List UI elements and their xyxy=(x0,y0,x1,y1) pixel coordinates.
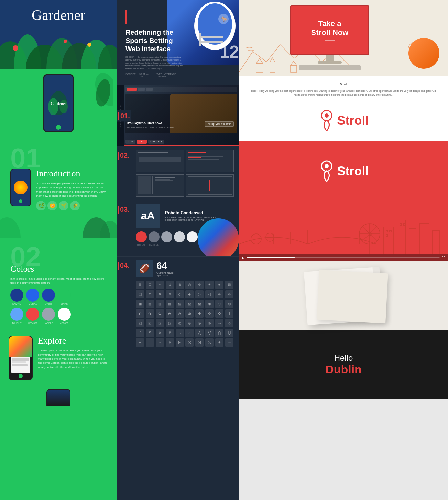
svg-text:Gardener: Gardener xyxy=(51,101,66,106)
section-01: WORK SAMPLE xyxy=(117,85,239,146)
stroll-description: Stroll Hello! Today we bring you the bes… xyxy=(239,76,448,104)
phone-explore xyxy=(9,336,33,380)
stroll-word-white: Stroll xyxy=(337,164,369,178)
icon-label: Custom made xyxy=(156,271,174,274)
dublin-content: Hello Dublin xyxy=(325,353,362,376)
icon-cell: ▦ xyxy=(166,300,174,308)
icon-grid: ⊞ ⊡ △ ⊗ ⊕ ◎ ⊙ ✦ ◈ ⊟ ◫ ⊘ ✕ ⊛ ◇ ◆ ▷ ◁ ⊜ ⊝ xyxy=(136,281,234,347)
color-navy: NAVY M xyxy=(10,289,23,305)
icon-cell: ⊞ xyxy=(136,281,144,289)
section-02: 02. xyxy=(117,146,239,200)
icon-cell: ⋆ xyxy=(156,338,164,347)
svg-point-11 xyxy=(48,98,58,115)
icon-cell: ◎ xyxy=(185,281,194,289)
phone-bottom xyxy=(46,389,70,406)
gardener-title: Gardener xyxy=(0,0,117,23)
palette-gray2 xyxy=(161,231,172,242)
sports-header: Redefining the Sports Betting Web Interf… xyxy=(117,0,239,85)
icon-cell: ▥ xyxy=(156,300,164,308)
icon-cell: ◳ xyxy=(166,319,174,327)
icon-cell: ◇ xyxy=(176,290,184,298)
section-03: 03. aA Roboto Condensed ABCDEFGHIJKLMNOP… xyxy=(117,200,239,256)
tag-design: WEB INTERFACE DESIGN xyxy=(157,73,184,78)
phone-hero: Gardener xyxy=(43,74,74,132)
svg-rect-26 xyxy=(256,64,263,72)
icon-cell: ⊺ xyxy=(136,329,144,337)
colors-section: 02 Colors In this project I have used 6 … xyxy=(0,238,117,332)
svg-point-39 xyxy=(325,164,329,168)
orange-sphere xyxy=(408,38,439,69)
tag-date: 30.01 — 2017 xyxy=(139,73,153,78)
svg-point-16 xyxy=(0,217,21,238)
palette-gray1 xyxy=(149,231,160,242)
icon-cell: ▨ xyxy=(185,300,194,308)
hello-berlin-section: 'Hallo Berlin xyxy=(239,261,448,330)
icon-cell: ◕ xyxy=(185,309,194,318)
svg-rect-53 xyxy=(386,235,388,236)
wireframe-3 xyxy=(136,174,184,197)
svg-rect-21 xyxy=(199,33,201,46)
color-light-blue: B LIGHT xyxy=(10,308,23,324)
svg-rect-52 xyxy=(390,230,391,232)
icon-cell: ✝ xyxy=(225,309,233,318)
icon-cell: ▩ xyxy=(195,300,204,308)
icon-cell: ▤ xyxy=(146,300,154,308)
svg-rect-48 xyxy=(409,229,416,254)
icon-cell: ⊜ xyxy=(215,290,223,298)
explore-text: The best part of gardener. Here you can … xyxy=(38,349,108,369)
svg-point-8 xyxy=(87,43,91,47)
hello-dublin-section: Hello Dublin xyxy=(239,330,448,399)
sports-screenshot: It's Playtime. Start now! Normally the p… xyxy=(124,85,239,145)
palette-gray3 xyxy=(174,231,185,242)
icon-cell: ⋍ xyxy=(225,338,233,347)
palette-red xyxy=(136,231,147,242)
icon-cell: ⋁ xyxy=(205,329,214,337)
svg-marker-29 xyxy=(270,58,275,62)
icon-cell: ◔ xyxy=(176,309,184,318)
icon-cell: ⊾ xyxy=(176,329,184,337)
color-blue: MODAL xyxy=(26,289,39,305)
icon-cell: ◉ xyxy=(205,300,214,308)
icon-cell: ◰ xyxy=(136,319,144,327)
icon-cell: ✦ xyxy=(215,338,223,347)
svg-rect-46 xyxy=(383,227,394,254)
icon-cell: ⋊ xyxy=(195,338,204,347)
icon-cell: ◁ xyxy=(205,290,214,298)
icon-cell: ▣ xyxy=(136,300,144,308)
svg-marker-27 xyxy=(256,58,263,64)
icon-cell: ✛ xyxy=(205,309,214,318)
icon-cell: ⋂ xyxy=(215,329,223,337)
svg-point-7 xyxy=(13,45,18,51)
wireframe-4 xyxy=(186,174,234,197)
dublin-hello: Hello xyxy=(325,353,362,363)
sports-description: SOCCER — the strong player on the Olympi… xyxy=(125,56,184,70)
icon-cell: ⊹ xyxy=(225,319,233,327)
icon-cell: ✚ xyxy=(195,309,204,318)
color-red: #FF4321 xyxy=(26,308,39,324)
left-header: Gardener xyxy=(0,0,117,69)
color-gray: LABELS xyxy=(42,308,55,324)
icon-sublabel: Sport Icons xyxy=(156,274,174,277)
font-name: Roboto Condensed xyxy=(165,210,216,215)
left-column: Gardener xyxy=(0,0,117,500)
icon-cell: ⊗ xyxy=(166,281,174,289)
icon-cell: ⋈ xyxy=(176,338,184,347)
colors-text: In this project I have used 6 important … xyxy=(10,277,107,285)
icon-cell: ✕ xyxy=(156,290,164,298)
color-dark-blue: B'ness xyxy=(42,289,55,305)
fullscreen-btn[interactable]: ⛶ xyxy=(442,256,445,260)
icon-cell: ◍ xyxy=(225,300,233,308)
icon-cell: ⊻ xyxy=(146,329,154,337)
icon-cell: ◷ xyxy=(205,319,214,327)
icon-cell: ◶ xyxy=(195,319,204,327)
font-chars-upper: ABCDEFGHIJKLMNOPQRSTUVWXYZ xyxy=(165,216,216,219)
type-aa-box: aA xyxy=(136,204,160,228)
icon-cell: ◐ xyxy=(136,309,144,318)
dublin-city: Dublin xyxy=(325,363,362,376)
stroll-red-section: Stroll xyxy=(239,141,448,201)
icon-cell: ▧ xyxy=(176,300,184,308)
icon-cell: ◵ xyxy=(185,319,194,327)
icon-cell: ◫ xyxy=(136,290,144,298)
icon-cell: ⊙ xyxy=(195,281,204,289)
play-btn[interactable]: ▶ xyxy=(242,256,244,260)
